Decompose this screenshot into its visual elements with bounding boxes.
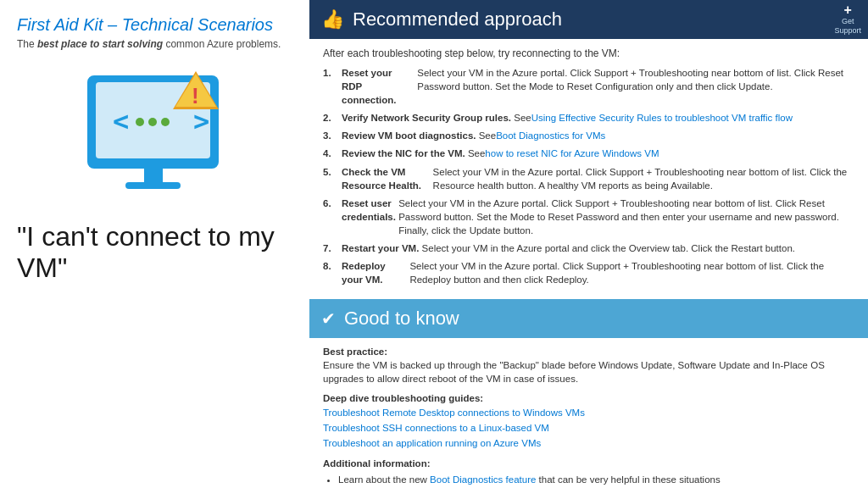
monitor-illustration: < > !: [17, 67, 292, 202]
step-8-text: Select your VM in the Azure portal. Clic…: [409, 259, 854, 286]
best-practice-text: Ensure the VM is backed up through the "…: [323, 358, 854, 385]
check-icon: ✔: [321, 308, 336, 329]
step-3: Review VM boot diagnostics. See Boot Dia…: [323, 129, 854, 142]
intro-text: After each troubleshooting step below, t…: [323, 47, 854, 59]
step-2-bold: Verify Network Security Group rules.: [342, 111, 511, 125]
left-panel: First Aid Kit – Technical Scenarios The …: [0, 0, 309, 488]
page-subtitle: The best place to start solving common A…: [17, 38, 292, 50]
thumbs-up-icon: 👍: [321, 8, 344, 30]
step-2-text: See: [514, 111, 531, 125]
step-5-bold: Check the VM Resource Health.: [342, 165, 430, 192]
get-support-button[interactable]: + GetSupport: [834, 3, 861, 36]
step-6: Reset user credentials. Select your VM i…: [323, 197, 854, 237]
step-1-text: Select your VM in the Azure portal. Clic…: [417, 66, 854, 107]
step-4-bold: Review the NIC for the VM.: [342, 147, 465, 160]
additional-label: Additional information:: [323, 458, 854, 469]
step-4: Review the NIC for the VM. See how to re…: [323, 147, 854, 160]
step-7-text: Select your VM in the Azure portal and c…: [422, 241, 795, 255]
page-title: First Aid Kit – Technical Scenarios: [17, 15, 292, 35]
step-8: Redeploy your VM. Select your VM in the …: [323, 259, 854, 286]
step-2-link[interactable]: Using Effective Security Rules to troubl…: [531, 111, 793, 125]
step-3-bold: Review VM boot diagnostics.: [342, 129, 476, 142]
step-3-link[interactable]: Boot Diagnostics for VMs: [496, 129, 605, 142]
plus-icon: +: [844, 3, 852, 17]
svg-text:<: <: [113, 105, 129, 137]
step-3-text: See: [479, 129, 496, 142]
svg-text:!: !: [192, 83, 199, 108]
monitor-svg: < > !: [70, 67, 240, 202]
step-1: Reset your RDP connection. Select your V…: [323, 66, 854, 107]
vm-text: "I can't connect to my VM": [17, 221, 292, 284]
get-support-label: GetSupport: [834, 17, 861, 36]
deep-dive-link-1[interactable]: Troubleshoot Remote Desktop connections …: [323, 405, 854, 420]
recommended-header: 👍 Recommended approach + GetSupport: [309, 0, 868, 39]
step-4-text: See: [468, 147, 485, 160]
good-to-know-heading: Good to know: [344, 308, 459, 330]
step-7-bold: Restart your VM.: [342, 241, 419, 255]
boot-diagnostics-link[interactable]: Boot Diagnostics feature: [430, 474, 536, 485]
subtitle-rest: common Azure problems.: [163, 38, 281, 50]
additional-list: Learn about the new Boot Diagnostics fea…: [323, 472, 854, 488]
recommended-heading: Recommended approach: [353, 8, 854, 30]
best-practice-label: Best practice:: [323, 347, 854, 357]
steps-list: Reset your RDP connection. Select your V…: [323, 66, 854, 286]
svg-point-7: [148, 118, 157, 126]
svg-rect-3: [125, 182, 181, 189]
subtitle-normal: The: [17, 38, 37, 50]
main-content: After each troubleshooting step below, t…: [309, 39, 868, 299]
svg-rect-2: [144, 169, 163, 184]
good-to-know-header: ✔ Good to know: [309, 299, 868, 338]
additional-item-1: Learn about the new Boot Diagnostics fea…: [338, 472, 854, 487]
subtitle-bold: best place to start solving: [37, 38, 163, 50]
step-6-bold: Reset user credentials.: [342, 197, 396, 237]
step-1-bold: Reset your RDP connection.: [342, 66, 415, 107]
deep-dive-label: Deep dive troubleshooting guides:: [323, 393, 854, 403]
svg-text:>: >: [193, 105, 209, 137]
deep-dive-links: Troubleshoot Remote Desktop connections …: [323, 405, 854, 452]
good-to-know-content: Best practice: Ensure the VM is backed u…: [309, 338, 868, 488]
step-5-text: Select your VM in the Azure portal. Clic…: [433, 165, 854, 192]
svg-point-8: [161, 118, 170, 126]
step-6-text: Select your VM in the Azure portal. Clic…: [398, 197, 854, 237]
deep-dive-link-2[interactable]: Troubleshoot SSH connections to a Linux-…: [323, 420, 854, 435]
svg-point-6: [136, 118, 144, 126]
right-panel: 👍 Recommended approach + GetSupport Afte…: [309, 0, 868, 488]
step-7: Restart your VM. Select your VM in the A…: [323, 241, 854, 255]
step-8-bold: Redeploy your VM.: [342, 259, 407, 286]
step-2: Verify Network Security Group rules. See…: [323, 111, 854, 125]
step-5: Check the VM Resource Health. Select you…: [323, 165, 854, 192]
deep-dive-link-3[interactable]: Troubleshoot an application running on A…: [323, 435, 854, 451]
step-4-link[interactable]: how to reset NIC for Azure Windows VM: [485, 147, 659, 160]
